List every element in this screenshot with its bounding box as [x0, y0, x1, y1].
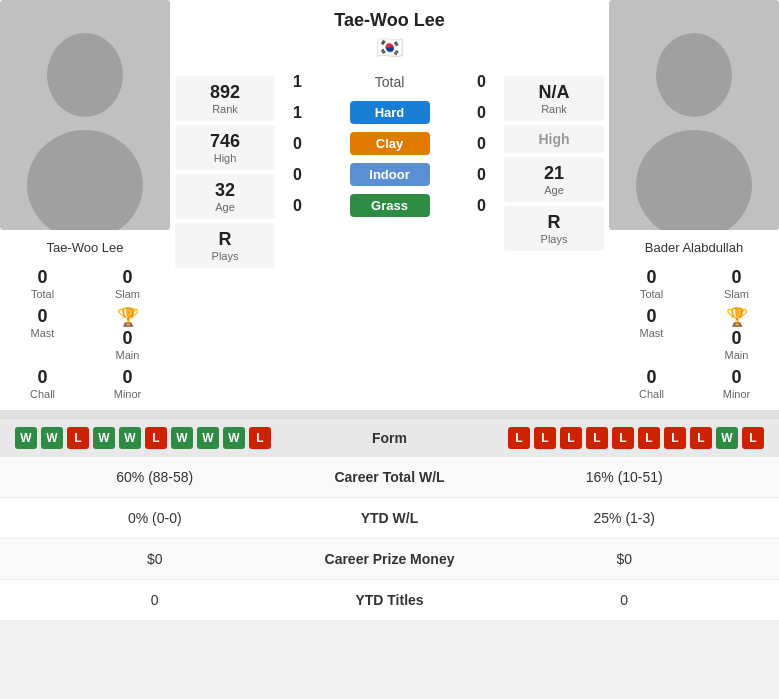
player2-stats-grid: 0 Total 0 Slam 0 Mast 🏆 0 Main — [614, 267, 774, 400]
comparison-section: Tae-Woo Lee 0 Total 0 Slam 0 Mast — [0, 0, 779, 410]
prize-row: $0 Career Prize Money $0 — [0, 539, 779, 580]
player1-minor: 0 Minor — [90, 367, 165, 400]
form-badge-p1: W — [197, 427, 219, 449]
form-badge-p2: L — [742, 427, 764, 449]
player1-age-block: 32 Age — [175, 174, 275, 219]
form-badge-p2: L — [664, 427, 686, 449]
form-badge-p1: W — [171, 427, 193, 449]
trophy-icon-right: 🏆 — [726, 306, 748, 328]
spacer2 — [504, 10, 604, 72]
form-badge-p1: L — [249, 427, 271, 449]
player2-minor: 0 Minor — [699, 367, 774, 400]
ytd-titles-label: YTD Titles — [290, 592, 490, 608]
player1-rank-block: 892 Rank — [175, 76, 275, 121]
main-container: Tae-Woo Lee 0 Total 0 Slam 0 Mast — [0, 0, 779, 621]
player2-age-block: 21 Age — [504, 157, 604, 202]
form-section: WWLWWLWWWL Form LLLLLLLLWL — [0, 418, 779, 457]
prize-label: Career Prize Money — [290, 551, 490, 567]
form-badge-p1: W — [93, 427, 115, 449]
form-badge-p2: L — [586, 427, 608, 449]
career-wl-row: 60% (88-58) Career Total W/L 16% (10-51) — [0, 457, 779, 498]
section-divider — [0, 410, 779, 418]
career-wl-label: Career Total W/L — [290, 469, 490, 485]
player2-chall: 0 Chall — [614, 367, 689, 400]
form-badges-left: WWLWWLWWWL — [15, 427, 330, 449]
surfaces-panel: Tae-Woo Lee 🇰🇷 1 Total 0 1 Hard 0 0 Clay… — [280, 0, 499, 410]
form-badge-p2: L — [560, 427, 582, 449]
form-badge-p1: W — [119, 427, 141, 449]
form-badge-p2: L — [508, 427, 530, 449]
player2-slam: 0 Slam — [699, 267, 774, 300]
player2-plays-block: R Plays — [504, 206, 604, 251]
career-wl-p1: 60% (88-58) — [20, 469, 290, 485]
ytd-titles-p2: 0 — [490, 592, 760, 608]
form-badge-p2: L — [690, 427, 712, 449]
form-badge-p2: L — [534, 427, 556, 449]
spacer — [175, 10, 275, 72]
form-badge-p1: W — [15, 427, 37, 449]
player1-slam: 0 Slam — [90, 267, 165, 300]
player1-stats-grid: 0 Total 0 Slam 0 Mast 🏆 0 Main — [5, 267, 165, 400]
player2-high-block: High — [504, 125, 604, 153]
indoor-row: 0 Indoor 0 — [285, 163, 494, 186]
player1-flag: 🇰🇷 — [376, 35, 403, 61]
prize-p2: $0 — [490, 551, 760, 567]
form-badge-p1: L — [145, 427, 167, 449]
form-badges-right: LLLLLLLLWL — [450, 427, 765, 449]
player2-trophy-main: 🏆 0 Main — [699, 306, 774, 361]
player2-mast: 0 Mast — [614, 306, 689, 361]
grass-row: 0 Grass 0 — [285, 194, 494, 217]
form-badge-p2: W — [716, 427, 738, 449]
form-badge-p2: L — [612, 427, 634, 449]
svg-point-1 — [47, 33, 123, 117]
total-row: 1 Total 0 — [285, 73, 494, 91]
player1-mast: 0 Mast — [5, 306, 80, 361]
ytd-titles-row: 0 YTD Titles 0 — [0, 580, 779, 621]
form-badge-p1: L — [67, 427, 89, 449]
prize-p1: $0 — [20, 551, 290, 567]
player1-high-block: 746 High — [175, 125, 275, 170]
player2-photo — [609, 0, 779, 230]
svg-point-4 — [656, 33, 732, 117]
form-badge-p2: L — [638, 427, 660, 449]
career-wl-p2: 16% (10-51) — [490, 469, 760, 485]
ytd-wl-p2: 25% (1-3) — [490, 510, 760, 526]
ytd-wl-label: YTD W/L — [290, 510, 490, 526]
clay-row: 0 Clay 0 — [285, 132, 494, 155]
player2-total: 0 Total — [614, 267, 689, 300]
hard-row: 1 Hard 0 — [285, 101, 494, 124]
trophy-icon-left: 🏆 — [117, 306, 139, 328]
player2-photo-column: Bader Alabdullah 0 Total 0 Slam 0 Mast — [609, 0, 779, 410]
form-badge-p1: W — [41, 427, 63, 449]
player1-center-stats: 892 Rank 746 High 32 Age R Plays — [170, 0, 280, 410]
player1-name-label: Tae-Woo Lee — [46, 240, 123, 255]
player1-chall: 0 Chall — [5, 367, 80, 400]
player1-name-top: Tae-Woo Lee — [334, 10, 444, 31]
form-badge-p1: W — [223, 427, 245, 449]
player2-name-label: Bader Alabdullah — [645, 240, 743, 255]
player1-photo — [0, 0, 170, 230]
ytd-wl-row: 0% (0-0) YTD W/L 25% (1-3) — [0, 498, 779, 539]
stats-section: 60% (88-58) Career Total W/L 16% (10-51)… — [0, 457, 779, 621]
ytd-wl-p1: 0% (0-0) — [20, 510, 290, 526]
player1-trophy-main: 🏆 0 Main — [90, 306, 165, 361]
player2-rank-block: N/A Rank — [504, 76, 604, 121]
player1-photo-column: Tae-Woo Lee 0 Total 0 Slam 0 Mast — [0, 0, 170, 410]
ytd-titles-p1: 0 — [20, 592, 290, 608]
player1-plays-block: R Plays — [175, 223, 275, 268]
player2-center-stats: N/A Rank High 21 Age R Plays — [499, 0, 609, 410]
form-label: Form — [330, 430, 450, 446]
player1-total: 0 Total — [5, 267, 80, 300]
